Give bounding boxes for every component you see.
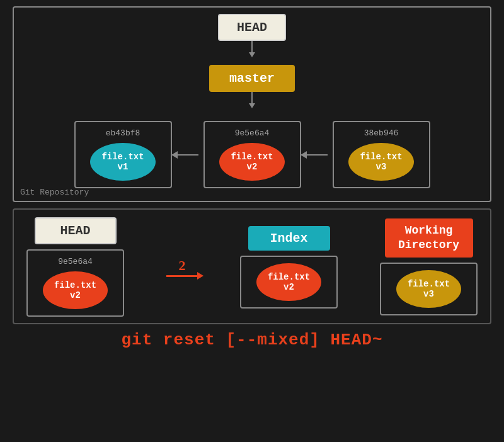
vert-arrow-head-1 [249, 52, 255, 57]
file-name-1: file.txt [101, 152, 144, 162]
head-to-master-arrow [249, 41, 255, 57]
bottom-head-commit-box: 9e5e6a4 file.txt v2 [26, 249, 124, 317]
commits-row: eb43bf8 file.txt v1 9e5e6a4 file.txt v2 [26, 121, 478, 188]
file-blob-2: file.txt v2 [219, 143, 284, 181]
number-2-label: 2 [179, 258, 186, 274]
bottom-head-column: HEAD 9e5e6a4 file.txt v2 [26, 217, 124, 317]
file-name-3: file.txt [360, 152, 402, 162]
commit-arrow-left [172, 154, 203, 156]
git-command-text: git reset [--mixed] HEAD~ [121, 331, 382, 349]
main-container: Git Repository HEAD master eb43bf8 file.… [0, 0, 504, 442]
file-ver-3: v3 [376, 162, 387, 172]
bottom-arrow-right [166, 275, 198, 277]
bottom-head-blob: file.txt v2 [43, 271, 108, 309]
bottom-workdir-commit-box: file.txt v3 [380, 263, 478, 315]
file-blob-1: file.txt v1 [90, 143, 155, 181]
bottom-index-ver: v2 [284, 282, 294, 292]
bottom-arrow-line [166, 275, 198, 277]
bottom-workdir-ver: v3 [423, 289, 434, 299]
bottom-index-column: Index file.txt v2 [240, 226, 338, 309]
bottom-workdir-file: file.txt [408, 279, 450, 289]
bottom-head-ver: v2 [70, 290, 81, 300]
bottom-index-file: file.txt [268, 272, 310, 282]
commit-box-3: 38eb946 file.txt v3 [333, 121, 430, 188]
vert-line-1 [251, 41, 253, 52]
commit-arrow-right [301, 154, 333, 156]
bottom-workdir-blob: file.txt v3 [396, 270, 461, 308]
commit-hash-2: 9e5e6a4 [235, 128, 270, 138]
bottom-section: HEAD 9e5e6a4 file.txt v2 2 Index file.tx… [13, 208, 491, 324]
commit-hash-3: 38eb946 [364, 128, 399, 138]
master-to-commit-arrow [249, 92, 255, 108]
bottom-index-blob: file.txt v2 [256, 263, 321, 301]
commit-hash-1: eb43bf8 [106, 128, 140, 138]
vert-line-2 [251, 92, 253, 103]
vert-arrow-head-2 [249, 103, 255, 108]
master-area: master [209, 60, 295, 92]
commit-box-2: 9e5e6a4 file.txt v2 [203, 121, 301, 188]
bottom-workdir-column: WorkingDirectory file.txt v3 [380, 218, 478, 316]
bottom-head-label: HEAD [35, 217, 117, 244]
git-repository-section: Git Repository HEAD master eb43bf8 file.… [13, 6, 491, 202]
bottom-workdir-label: WorkingDirectory [385, 218, 473, 258]
commit-arrow-line-right [301, 154, 328, 156]
file-name-2: file.txt [231, 152, 273, 162]
git-repo-label: Git Repository [20, 188, 89, 197]
master-box: master [209, 65, 295, 92]
bottom-index-label: Index [248, 226, 330, 251]
bottom-head-file: file.txt [54, 280, 96, 290]
file-blob-3: file.txt v3 [348, 143, 413, 181]
bottom-head-hash: 9e5e6a4 [58, 257, 93, 266]
bottom-index-commit-box: file.txt v2 [240, 256, 338, 309]
file-ver-2: v2 [247, 162, 258, 172]
commit-arrow-line-left [172, 154, 198, 156]
file-ver-1: v1 [118, 162, 129, 172]
bottom-arrow-container: 2 [166, 258, 198, 277]
head-box-top: HEAD [218, 14, 286, 41]
commit-box-1: eb43bf8 file.txt v1 [74, 121, 172, 188]
